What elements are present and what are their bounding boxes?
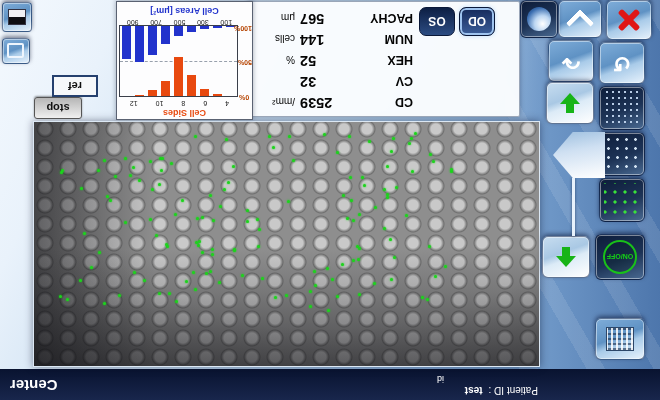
frame-select-button[interactable] [2, 38, 30, 64]
dot-pattern-button[interactable] [599, 132, 645, 176]
patient-id-label: Patient ID : [489, 385, 538, 396]
stat-row-hex: HEX 52 % [253, 50, 413, 71]
curved-arrow-right-icon: ↷ [562, 48, 580, 74]
curved-arrow-left-icon: ↺ [613, 50, 631, 76]
green-up-arrow-icon [556, 247, 576, 267]
patient-id-value: test [465, 385, 483, 396]
chevron-down-icon [566, 9, 594, 37]
fine-dots-icon [604, 91, 640, 125]
stat-row-pachy: PACHY 567 μm [253, 8, 413, 29]
green-down-arrow-icon [560, 93, 580, 113]
fine-dot-pattern-button[interactable] [599, 86, 645, 130]
top-bar: Patient ID :test id Center [0, 369, 660, 400]
eye-selector: OD OS [419, 7, 495, 36]
move-up-button[interactable] [542, 236, 590, 278]
stat-row-cv: CV 32 [253, 71, 413, 92]
patient-id-field: Patient ID :test [465, 385, 538, 396]
slider-track[interactable] [572, 178, 575, 236]
close-button[interactable] [606, 0, 652, 40]
stat-row-cd: CD 2539 /mm² [253, 92, 413, 113]
eye-button-os[interactable]: OS [419, 7, 455, 36]
fixation-position-label: Center [10, 377, 58, 394]
overlay-onoff-button[interactable]: ON/OFF [595, 234, 645, 280]
rotate-left-button[interactable]: ↺ [599, 42, 645, 84]
cell-sides-axis-ticks: 4681012 [121, 100, 238, 107]
stat-row-num: NUM 144 cells [253, 29, 413, 50]
cell-areas-title: Cell Areas [μm²] [117, 6, 252, 16]
move-down-button[interactable] [546, 82, 594, 124]
cell-areas-bars [120, 26, 237, 96]
stats-panel: CD 2539 /mm² CV 32 HEX 52 % NUM 144 cell… [248, 1, 520, 117]
stop-button[interactable]: stop [34, 97, 82, 119]
cell-marker-dots [34, 122, 539, 366]
cell-sides-title: Cell Sides [117, 108, 252, 118]
axis-label-50pct: 50% [239, 59, 252, 66]
specular-microscope-analysis-screen: Patient ID :test id Center ON/OFF ↺ ↷ [0, 0, 660, 400]
axis-label-0pct: 0% [239, 94, 252, 101]
cell-grid-icon [606, 327, 634, 351]
histogram-plot-area [119, 25, 238, 97]
texture-view-button[interactable] [595, 318, 645, 360]
sphere-icon [527, 7, 551, 31]
contrast-icon [8, 9, 26, 25]
square-outline-icon [8, 44, 25, 59]
eye-button-od[interactable]: OD [459, 7, 495, 36]
axis-label-100pct: 100% [239, 25, 252, 32]
rotate-right-button[interactable]: ↷ [548, 40, 594, 82]
onoff-icon: ON/OFF [603, 240, 637, 274]
collapse-button[interactable] [558, 0, 602, 38]
endothelium-image[interactable] [33, 121, 540, 367]
green-dots-icon [604, 183, 640, 217]
stat-rows: CD 2539 /mm² CV 32 HEX 52 % NUM 144 cell… [253, 8, 413, 113]
ref-button[interactable]: ref [52, 75, 98, 97]
patient-sub-id: id [437, 374, 444, 384]
histogram-panel: Cell Sides 4681012 0% 50% 100% 100300500… [116, 1, 253, 120]
sphere-mode-button[interactable] [520, 0, 558, 38]
green-markers-button[interactable] [599, 178, 645, 222]
dots-icon [604, 137, 640, 171]
cell-areas-axis-ticks: 100300500700900 [121, 19, 238, 26]
contrast-toggle-button[interactable] [2, 2, 32, 32]
